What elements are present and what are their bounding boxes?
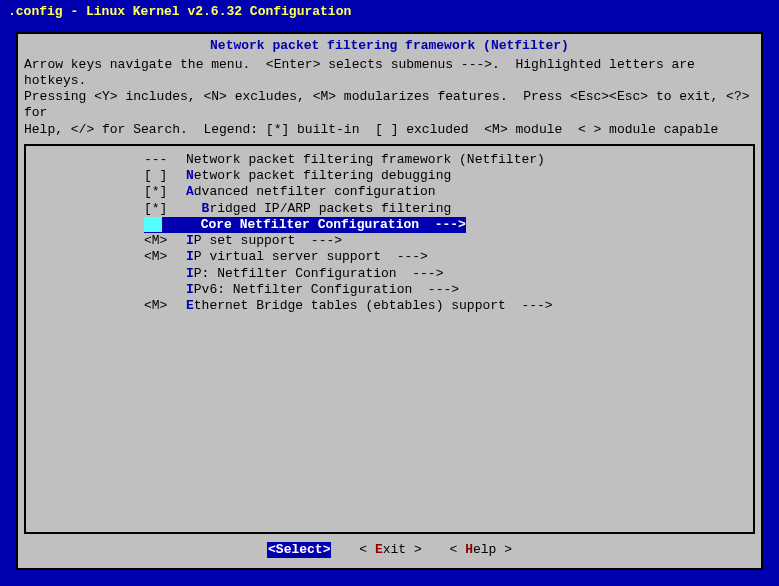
- menu-item-indicator: <M>: [144, 249, 186, 265]
- menu-item[interactable]: <M>IP set support --->: [34, 233, 745, 249]
- menu-item-hotkey: N: [186, 168, 194, 184]
- menu-item-indicator: [*]: [144, 184, 186, 200]
- menu-item-label: P virtual server support --->: [194, 249, 428, 265]
- menu-item-indicator: <M>: [144, 298, 186, 314]
- menu-item-label: ore Netfilter Configuration --->: [208, 217, 465, 232]
- menu-item-indicator: [144, 217, 162, 232]
- menu-item-label: Pv6: Netfilter Configuration --->: [194, 282, 459, 298]
- exit-button[interactable]: < Exit >: [359, 542, 421, 558]
- outer-frame: Network packet filtering framework (Netf…: [0, 24, 779, 586]
- button-row: <Select> < Exit > < Help >: [24, 540, 755, 564]
- menu-item-label: P set support --->: [194, 233, 342, 249]
- config-panel: Network packet filtering framework (Netf…: [16, 32, 763, 570]
- menu-item-label: thernet Bridge tables (ebtables) support…: [194, 298, 553, 314]
- menu-item-indicator: [144, 282, 186, 298]
- panel-title: Network packet filtering framework (Netf…: [24, 38, 755, 54]
- menu-box: ---Network packet filtering framework (N…: [24, 144, 755, 534]
- help-line-2: Pressing <Y> includes, <N> excludes, <M>…: [24, 89, 757, 120]
- menu-item[interactable]: IP: Netfilter Configuration --->: [34, 266, 745, 282]
- menu-item-label: P: Netfilter Configuration --->: [194, 266, 444, 282]
- help-text: Arrow keys navigate the menu. <Enter> se…: [24, 57, 755, 138]
- menu-header-indicator: ---: [144, 152, 186, 168]
- help-button[interactable]: < Help >: [450, 542, 512, 558]
- menu-item-label: etwork packet filtering debugging: [194, 168, 451, 184]
- menu-item-hotkey: I: [186, 266, 194, 282]
- menu-item-hotkey: I: [186, 282, 194, 298]
- menu-item-indicator: <M>: [144, 233, 186, 249]
- menu-item[interactable]: [ ]Network packet filtering debugging: [34, 168, 745, 184]
- menu-item-indicator: [ ]: [144, 168, 186, 184]
- menu-header-text: Network packet filtering framework (Netf…: [186, 152, 545, 168]
- menu-header: ---Network packet filtering framework (N…: [34, 152, 745, 168]
- menu-item-hotkey: I: [186, 249, 194, 265]
- window-title: .config - Linux Kernel v2.6.32 Configura…: [0, 0, 779, 24]
- menu-item-hotkey: B: [202, 201, 210, 217]
- select-button[interactable]: <Select>: [267, 542, 331, 558]
- menu-item-label: dvanced netfilter configuration: [194, 184, 436, 200]
- menu-item[interactable]: Core Netfilter Configuration --->: [34, 217, 745, 233]
- menu-item-hotkey: I: [186, 233, 194, 249]
- menu-item[interactable]: IPv6: Netfilter Configuration --->: [34, 282, 745, 298]
- menu-item[interactable]: <M>IP virtual server support --->: [34, 249, 745, 265]
- menu-item[interactable]: <M>Ethernet Bridge tables (ebtables) sup…: [34, 298, 745, 314]
- menu-item-hotkey: E: [186, 298, 194, 314]
- menu-item-label: ridged IP/ARP packets filtering: [209, 201, 451, 217]
- menu-item-hotkey: A: [186, 184, 194, 200]
- help-line-3: Help, </> for Search. Legend: [*] built-…: [24, 122, 718, 137]
- menu-item[interactable]: [*] Bridged IP/ARP packets filtering: [34, 201, 745, 217]
- menu-item-indicator: [144, 266, 186, 282]
- menu-item-selected[interactable]: Core Netfilter Configuration --->: [144, 217, 466, 233]
- menu-item[interactable]: [*]Advanced netfilter configuration: [34, 184, 745, 200]
- help-line-1: Arrow keys navigate the menu. <Enter> se…: [24, 57, 703, 88]
- menu-item-indicator: [*]: [144, 201, 186, 217]
